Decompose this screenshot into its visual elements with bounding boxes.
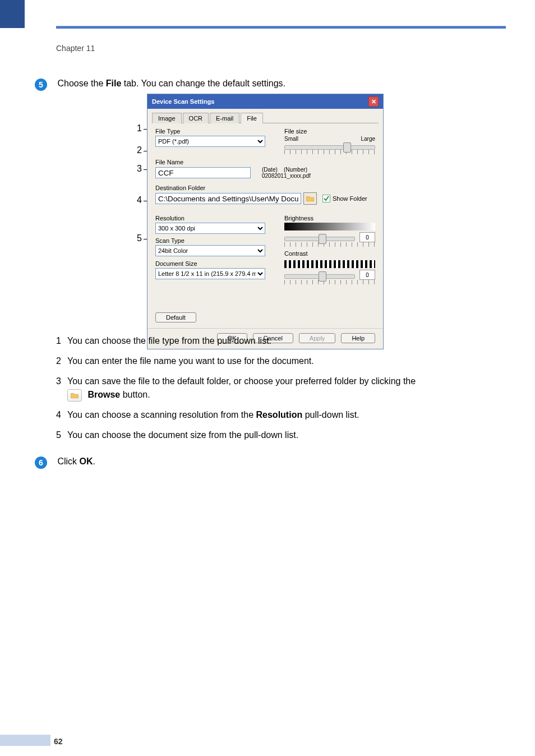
tab-email[interactable]: E-mail: [210, 113, 239, 123]
step-badge-5: 5: [35, 79, 47, 91]
page-number: 62: [54, 737, 63, 746]
tabs: Image OCR E-mail File: [152, 112, 379, 123]
file-type-select[interactable]: PDF (*.pdf): [155, 136, 265, 147]
list-item: 5 You can choose the document size from …: [56, 428, 501, 442]
text-bold: OK: [80, 457, 93, 466]
list-text: You can choose the document size from th…: [67, 428, 501, 442]
date-label: (Date): [262, 167, 278, 173]
resolution-label: Resolution: [155, 215, 268, 222]
dest-folder-label: Destination Folder: [155, 185, 375, 191]
file-size-label: File size: [284, 128, 375, 135]
list-no: 4: [56, 408, 67, 422]
scan-type-select[interactable]: 24bit Color: [155, 245, 265, 256]
default-button[interactable]: Default: [155, 312, 196, 322]
dialog-title: Device Scan Settings: [152, 98, 214, 105]
text-bold: File: [106, 79, 122, 88]
device-scan-settings-dialog: Device Scan Settings ✕ Image OCR E-mail …: [147, 94, 384, 349]
brightness-slider[interactable]: [284, 237, 355, 241]
text: You can choose a scanning resolution fro…: [67, 410, 256, 420]
step-5-text: Choose the File tab. You can change the …: [57, 79, 285, 88]
list-text: You can enter the file name you want to …: [67, 354, 501, 368]
text: You can save the file to the default fol…: [67, 376, 416, 386]
browse-button[interactable]: [303, 192, 317, 205]
scan-type-label: Scan Type: [155, 237, 268, 244]
list-no: 2: [56, 354, 67, 368]
contrast-gradient: [284, 260, 375, 268]
list-text: You can choose a scanning resolution fro…: [67, 408, 501, 422]
list-item: 1 You can choose the file type from the …: [56, 334, 501, 348]
doc-size-label: Document Size: [155, 260, 268, 267]
file-size-slider[interactable]: [284, 145, 375, 150]
folder-icon: [71, 392, 79, 399]
list-item: 4 You can choose a scanning resolution f…: [56, 408, 501, 422]
callout-1: 1: [137, 123, 142, 133]
doc-size-select[interactable]: Letter 8 1/2 x 11 in (215.9 x 279.4 mm): [155, 268, 265, 279]
callout-4: 4: [137, 195, 142, 205]
close-icon[interactable]: ✕: [368, 96, 379, 107]
contrast-slider[interactable]: [284, 274, 355, 279]
list-text: You can choose the file type from the pu…: [67, 334, 501, 348]
text: tab. You can change the default settings…: [121, 79, 285, 88]
number-label: (Number): [284, 167, 307, 173]
text: Choose the: [57, 79, 105, 88]
show-folder-checkbox[interactable]: [322, 195, 330, 202]
step-6-text: Click OK.: [57, 457, 95, 466]
list-no: 1: [56, 334, 67, 348]
text: button.: [123, 390, 150, 399]
callout-2: 2: [137, 145, 142, 155]
text-bold: Resolution: [256, 410, 303, 420]
file-name-input[interactable]: [155, 167, 251, 178]
list-item: 3 You can save the file to the default f…: [56, 375, 501, 402]
browse-icon: [67, 389, 82, 402]
list-item: 2 You can enter the file name you want t…: [56, 354, 501, 368]
text: .: [93, 457, 95, 466]
list-no: 3: [56, 375, 67, 388]
tab-image[interactable]: Image: [152, 113, 182, 123]
brightness-gradient: [284, 223, 375, 231]
show-folder-label: Show Folder: [333, 195, 367, 202]
list-no: 5: [56, 428, 67, 442]
file-name-example: 02082011_xxxx.pdf: [262, 173, 311, 179]
contrast-value: 0: [359, 270, 375, 280]
text: pull-down list.: [302, 410, 359, 420]
tab-file[interactable]: File: [241, 113, 263, 123]
folder-icon: [306, 195, 314, 202]
brightness-value: 0: [359, 232, 375, 242]
contrast-label: Contrast: [284, 250, 375, 257]
list-text: You can save the file to the default fol…: [67, 375, 501, 402]
file-size-small: Small: [284, 136, 298, 142]
chapter-label: Chapter 11: [56, 44, 95, 53]
dest-folder-input[interactable]: [155, 193, 301, 204]
text: Click: [57, 457, 79, 466]
dialog-titlebar: Device Scan Settings ✕: [147, 94, 383, 109]
step-badge-6: 6: [35, 457, 47, 469]
page-num-bg: [0, 735, 50, 746]
brightness-label: Brightness: [284, 215, 375, 222]
resolution-select[interactable]: 300 x 300 dpi: [155, 223, 265, 234]
text-bold: Browse: [87, 390, 120, 399]
file-type-label: File Type: [155, 128, 268, 135]
file-size-large: Large: [361, 136, 375, 142]
file-name-label: File Name: [155, 159, 375, 165]
section-tab: [0, 0, 25, 28]
callout-5: 5: [137, 233, 142, 243]
header-divider: [56, 26, 506, 29]
tab-ocr[interactable]: OCR: [183, 113, 209, 123]
callout-3: 3: [137, 164, 142, 174]
